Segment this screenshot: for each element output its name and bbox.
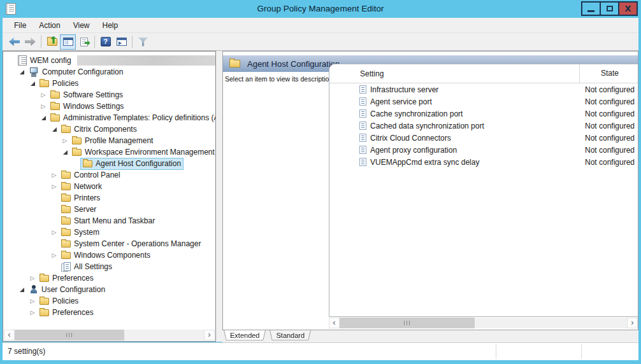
column-header-state[interactable]: State bbox=[579, 64, 638, 83]
setting-state: Not configured bbox=[579, 85, 638, 94]
panel-splitter[interactable] bbox=[216, 51, 222, 342]
tree-item-workspace-environment-management[interactable]: Workspace Environment Management bbox=[3, 146, 215, 158]
expand-icon[interactable]: ▷ bbox=[60, 137, 70, 144]
collapse-icon[interactable] bbox=[38, 116, 48, 120]
expand-icon[interactable]: ▷ bbox=[49, 252, 59, 258]
close-button[interactable]: X bbox=[618, 1, 638, 16]
toolbar bbox=[3, 33, 638, 51]
setting-name: Citrix Cloud Connectors bbox=[370, 134, 451, 143]
show-console-tree-button[interactable] bbox=[60, 34, 76, 50]
setting-state: Not configured bbox=[579, 134, 638, 143]
column-header-setting[interactable]: Setting bbox=[329, 69, 579, 78]
forward-button[interactable] bbox=[22, 34, 38, 50]
scroll-left-button[interactable]: ‹ bbox=[4, 330, 15, 340]
folder-icon bbox=[61, 183, 71, 190]
tree-item-all-settings[interactable]: All Settings bbox=[3, 261, 215, 272]
setting-row[interactable]: Cached data synchronization portNot conf… bbox=[329, 120, 638, 132]
settings-rows: Infrastructure serverNot configuredAgent… bbox=[329, 83, 638, 168]
tree-item-content: Software Settings bbox=[48, 90, 125, 101]
expand-icon[interactable]: ▷ bbox=[38, 92, 48, 98]
tree-item-profile-management[interactable]: ▷Profile Management bbox=[3, 135, 215, 146]
expand-icon[interactable]: ▷ bbox=[49, 183, 59, 190]
tree-item-printers[interactable]: Printers bbox=[3, 192, 215, 204]
up-one-level-button[interactable] bbox=[44, 34, 60, 50]
tree-item-content: User Configuration bbox=[27, 284, 107, 295]
scroll-left-button[interactable]: ‹ bbox=[329, 318, 340, 328]
tab-extended[interactable]: Extended bbox=[224, 330, 266, 342]
tab-label: Extended bbox=[230, 332, 259, 339]
toolbar-separator bbox=[132, 36, 133, 48]
menu-action[interactable]: Action bbox=[32, 21, 66, 30]
tree-item-wem-config[interactable]: WEM config bbox=[3, 55, 215, 66]
tree-item-administrative-templates-policy-definitions-ad[interactable]: Administrative Templates: Policy definit… bbox=[3, 112, 215, 123]
tree-item-start-menu-and-taskbar[interactable]: Start Menu and Taskbar bbox=[3, 215, 215, 227]
setting-cell: VUEMAppCmd extra sync delay bbox=[329, 158, 579, 167]
scroll-track[interactable] bbox=[15, 330, 204, 340]
back-button[interactable] bbox=[6, 34, 22, 50]
scroll-right-button[interactable]: › bbox=[204, 330, 215, 340]
scroll-right-button[interactable]: › bbox=[627, 318, 638, 328]
tree-item-content: Computer Configuration bbox=[27, 67, 125, 78]
scroll-thumb[interactable] bbox=[340, 318, 475, 328]
tree-horizontal-scrollbar[interactable]: ‹ › bbox=[4, 330, 215, 340]
setting-row[interactable]: Agent proxy configurationNot configured bbox=[329, 144, 638, 156]
expand-icon[interactable]: ▷ bbox=[27, 298, 38, 304]
tab-standard[interactable]: Standard bbox=[270, 330, 311, 342]
export-list-button[interactable] bbox=[76, 34, 92, 50]
tree-item-system-center-operations-manager[interactable]: System Center - Operations Manager bbox=[3, 238, 215, 249]
folder-icon bbox=[83, 160, 92, 167]
tree-item-policies[interactable]: Policies bbox=[3, 78, 215, 89]
collapse-icon[interactable] bbox=[17, 288, 27, 292]
tree-item-label: User Configuration bbox=[41, 285, 105, 294]
setting-row[interactable]: Cache synchronization portNot configured bbox=[329, 108, 638, 120]
setting-row[interactable]: Citrix Cloud ConnectorsNot configured bbox=[329, 132, 638, 144]
collapse-icon[interactable] bbox=[17, 70, 27, 74]
tree-item-preferences[interactable]: ▷Preferences bbox=[3, 272, 215, 284]
tree-item-windows-components[interactable]: ▷Windows Components bbox=[3, 249, 215, 261]
expand-icon[interactable]: ▷ bbox=[27, 309, 38, 316]
collapse-icon[interactable] bbox=[49, 127, 59, 132]
expand-icon[interactable]: ▷ bbox=[49, 229, 59, 235]
show-action-pane-button[interactable] bbox=[113, 34, 129, 50]
tree-item-software-settings[interactable]: ▷Software Settings bbox=[3, 89, 215, 101]
list-horizontal-scrollbar[interactable]: ‹ › bbox=[329, 318, 638, 328]
setting-cell: Cached data synchronization port bbox=[329, 122, 579, 130]
tree-item-user-configuration[interactable]: User Configuration bbox=[3, 284, 215, 295]
tree-item-policies[interactable]: ▷Policies bbox=[3, 295, 215, 307]
expand-icon[interactable]: ▷ bbox=[49, 172, 59, 178]
expand-icon[interactable]: ▷ bbox=[27, 275, 38, 281]
setting-row[interactable]: VUEMAppCmd extra sync delayNot configure… bbox=[329, 156, 638, 168]
setting-cell: Agent service port bbox=[329, 97, 579, 106]
details-panel: Agent Host Configuration Select an item … bbox=[222, 51, 638, 330]
tree-item-agent-host-configuration[interactable]: Agent Host Configuration bbox=[3, 158, 215, 169]
scroll-thumb[interactable] bbox=[15, 330, 124, 340]
tree-item-content: System Center - Operations Manager bbox=[59, 239, 203, 249]
tree-item-system[interactable]: ▷System bbox=[3, 227, 215, 238]
help-button[interactable] bbox=[97, 34, 113, 50]
setting-row[interactable]: Agent service portNot configured bbox=[329, 95, 638, 108]
tree-item-preferences[interactable]: ▷Preferences bbox=[3, 307, 215, 318]
collapse-icon[interactable] bbox=[60, 150, 70, 155]
filter-button[interactable] bbox=[135, 34, 151, 50]
tree-item-windows-settings[interactable]: ▷Windows Settings bbox=[3, 101, 215, 112]
show-console-tree-icon bbox=[63, 38, 73, 46]
scroll-track[interactable] bbox=[340, 318, 627, 328]
tree-item-server[interactable]: Server bbox=[3, 204, 215, 215]
menu-view[interactable]: View bbox=[67, 21, 96, 30]
minimize-button[interactable] bbox=[581, 1, 601, 16]
setting-row[interactable]: Infrastructure serverNot configured bbox=[329, 83, 638, 95]
maximize-button[interactable] bbox=[600, 1, 619, 16]
setting-icon bbox=[359, 85, 366, 94]
gpme-window: Group Policy Management Editor X FileAct… bbox=[0, 0, 641, 364]
menu-help[interactable]: Help bbox=[96, 21, 125, 30]
title-bar[interactable]: Group Policy Management Editor X bbox=[0, 0, 641, 18]
tree-item-computer-configuration[interactable]: Computer Configuration bbox=[3, 66, 215, 78]
tree-item-control-panel[interactable]: ▷Control Panel bbox=[3, 169, 215, 181]
collapse-icon[interactable] bbox=[27, 81, 38, 86]
folder-icon bbox=[50, 103, 60, 110]
tree-item-label: System Center - Operations Manager bbox=[74, 239, 201, 248]
tree-item-network[interactable]: ▷Network bbox=[3, 181, 215, 192]
tree-item-citrix-components[interactable]: Citrix Components bbox=[3, 123, 215, 135]
menu-file[interactable]: File bbox=[8, 21, 32, 30]
expand-icon[interactable]: ▷ bbox=[38, 103, 48, 109]
